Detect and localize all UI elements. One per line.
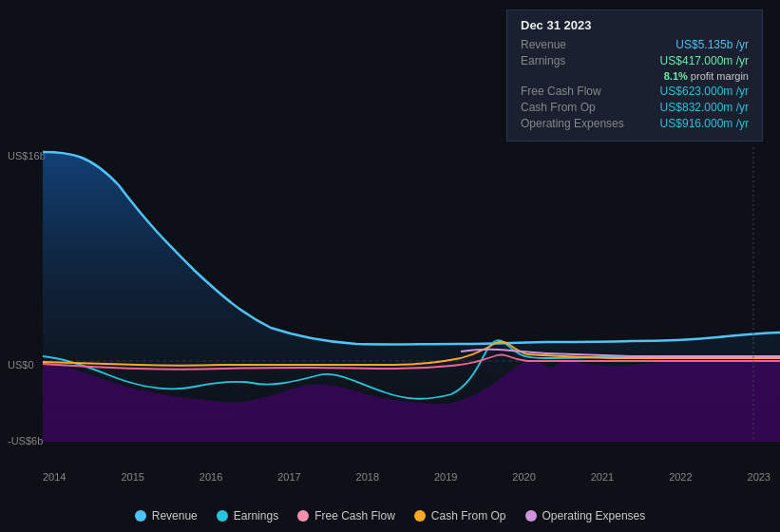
- legend-dot-fcf: [297, 510, 309, 522]
- tooltip-label-cashfromop: Cash From Op: [521, 101, 635, 114]
- y-label-bot: -US$6b: [8, 435, 43, 446]
- y-label-mid: US$0: [8, 359, 34, 370]
- x-label-2016: 2016: [200, 471, 222, 483]
- tooltip-value-cashfromop: US$832.000m /yr: [660, 101, 749, 114]
- tooltip-row-cashfromop: Cash From Op US$832.000m /yr: [521, 101, 749, 114]
- legend-label-revenue: Revenue: [152, 509, 198, 522]
- legend-item-revenue[interactable]: Revenue: [135, 509, 198, 522]
- tooltip-label-earnings: Earnings: [521, 54, 635, 67]
- profit-margin-pct: 8.1%: [664, 70, 688, 82]
- profit-margin: 8.1% profit margin: [521, 70, 749, 82]
- legend-dot-opex: [525, 510, 537, 522]
- x-label-2020: 2020: [512, 471, 535, 483]
- tooltip-row-earnings: Earnings US$417.000m /yr: [521, 54, 749, 67]
- legend-item-opex[interactable]: Operating Expenses: [525, 509, 646, 522]
- tooltip-row-opex: Operating Expenses US$916.000m /yr: [521, 117, 749, 130]
- tooltip-row-revenue: Revenue US$5.135b /yr: [521, 38, 749, 51]
- x-label-2023: 2023: [748, 471, 770, 483]
- legend-item-fcf[interactable]: Free Cash Flow: [297, 509, 395, 522]
- x-label-2019: 2019: [434, 471, 457, 483]
- legend-dot-revenue: [135, 510, 146, 522]
- tooltip-box: Dec 31 2023 Revenue US$5.135b /yr Earnin…: [506, 10, 763, 142]
- legend-label-fcf: Free Cash Flow: [314, 509, 395, 522]
- tooltip-value-opex: US$916.000m /yr: [660, 117, 749, 130]
- legend-label-opex: Operating Expenses: [542, 509, 646, 522]
- x-label-2021: 2021: [591, 471, 614, 483]
- chart-svg: [43, 147, 780, 442]
- x-label-2015: 2015: [121, 471, 143, 483]
- tooltip-row-fcf: Free Cash Flow US$623.000m /yr: [521, 85, 749, 98]
- tooltip-label-revenue: Revenue: [521, 38, 635, 51]
- x-label-2018: 2018: [356, 471, 379, 483]
- legend-label-cashfromop: Cash From Op: [431, 509, 506, 522]
- legend-item-cashfromop[interactable]: Cash From Op: [414, 509, 506, 522]
- x-label-2014: 2014: [43, 471, 66, 483]
- chart-container: Dec 31 2023 Revenue US$5.135b /yr Earnin…: [0, 0, 780, 532]
- tooltip-label-opex: Operating Expenses: [521, 117, 635, 130]
- tooltip-value-revenue: US$5.135b /yr: [675, 38, 749, 51]
- legend: Revenue Earnings Free Cash Flow Cash Fro…: [0, 509, 780, 522]
- tooltip-label-fcf: Free Cash Flow: [521, 85, 635, 98]
- tooltip-value-earnings: US$417.000m /yr: [660, 54, 749, 67]
- y-label-top: US$16b: [8, 150, 46, 162]
- legend-dot-cashfromop: [414, 510, 426, 522]
- x-label-2022: 2022: [669, 471, 692, 483]
- x-label-2017: 2017: [277, 471, 300, 483]
- legend-label-earnings: Earnings: [234, 509, 278, 522]
- tooltip-value-fcf: US$623.000m /yr: [660, 85, 749, 98]
- legend-item-earnings[interactable]: Earnings: [217, 509, 278, 522]
- x-labels: 2014 2015 2016 2017 2018 2019 2020 2021 …: [43, 471, 780, 483]
- tooltip-date: Dec 31 2023: [521, 18, 749, 32]
- legend-dot-earnings: [217, 510, 228, 522]
